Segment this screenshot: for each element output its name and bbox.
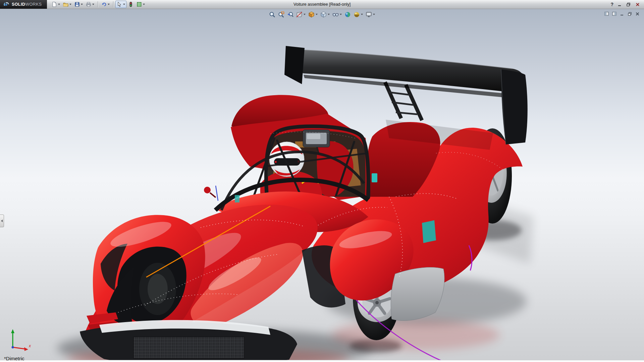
- dassault-3ds-logo-icon: [3, 2, 10, 7]
- z-axis-dot: [12, 346, 14, 349]
- featuremanager-flyout-tab[interactable]: [0, 215, 4, 227]
- undo-button[interactable]: [100, 1, 111, 8]
- x-axis-arrow: [24, 347, 28, 351]
- new-document-button[interactable]: [50, 1, 61, 8]
- chevron-down-icon: [361, 14, 363, 15]
- chevron-down-icon: [328, 14, 330, 15]
- apply-scene-button[interactable]: [353, 10, 364, 18]
- maximize-button[interactable]: [626, 2, 632, 7]
- restore-icon: [627, 3, 631, 6]
- rebuild-traffic-light-icon: [128, 2, 133, 7]
- chevron-left-icon: [1, 220, 3, 222]
- open-button[interactable]: [62, 1, 73, 8]
- doc-restore-button[interactable]: [627, 11, 632, 16]
- wing-endplate-right: [501, 69, 528, 144]
- toolbar-separator: [113, 1, 113, 7]
- close-icon: [636, 3, 640, 6]
- section-view-icon: [296, 11, 303, 18]
- doc-restore-icon: [628, 12, 632, 16]
- chevron-down-icon: [123, 4, 125, 5]
- save-floppy-icon: [74, 2, 80, 7]
- main-toolbar: [47, 1, 146, 8]
- toolbar-separator: [98, 1, 98, 7]
- apply-scene-icon: [354, 11, 360, 18]
- view-orientation-cube-icon: [308, 11, 315, 18]
- y-axis-arrow: [11, 329, 14, 333]
- x-axis-label: x: [29, 344, 31, 348]
- doc-minimize-button[interactable]: [620, 11, 625, 16]
- print-icon: [86, 2, 91, 7]
- undo-icon: [101, 2, 107, 7]
- chevron-down-icon: [316, 14, 318, 15]
- help-button[interactable]: ?: [610, 2, 613, 7]
- brand-light: WORKS: [25, 2, 42, 7]
- radiator-grille: [133, 337, 244, 358]
- solidworks-window: SOLIDWORKS: [0, 0, 644, 362]
- view-settings-button[interactable]: [365, 10, 376, 18]
- view-settings-icon: [366, 11, 372, 18]
- display-style-cube-icon: [320, 11, 327, 18]
- chevron-down-icon: [108, 4, 110, 5]
- chevron-down-icon: [92, 4, 94, 5]
- statusbar-edge: [0, 360, 644, 362]
- brand-bold: SOLID: [12, 2, 25, 7]
- select-button[interactable]: [115, 1, 126, 8]
- zoom-to-area-icon: [278, 11, 284, 18]
- section-view-button[interactable]: [295, 10, 307, 18]
- hide-show-items-button[interactable]: [331, 10, 343, 18]
- zoom-to-fit-icon: [269, 11, 275, 18]
- chevron-down-icon: [304, 14, 306, 15]
- new-document-icon: [52, 2, 57, 7]
- titlebar: SOLIDWORKS: [0, 0, 644, 9]
- pane-left-icon: [604, 12, 609, 16]
- window-title: Voiture assemblee [Read-only]: [293, 2, 351, 7]
- open-folder-icon: [63, 2, 68, 7]
- doc-close-icon: [636, 12, 639, 16]
- reference-triad: x: [7, 327, 33, 352]
- chevron-down-icon: [81, 4, 83, 5]
- chevron-down-icon: [143, 4, 145, 5]
- options-sheet-icon: [137, 2, 142, 7]
- model-scene[interactable]: [0, 9, 644, 362]
- close-button[interactable]: [635, 2, 641, 7]
- pane-left-button[interactable]: [604, 11, 609, 16]
- print-button[interactable]: [85, 1, 96, 8]
- heads-up-view-toolbar: [268, 10, 376, 18]
- save-button[interactable]: [73, 1, 84, 8]
- rebuild-button[interactable]: [127, 1, 135, 8]
- pane-right-button[interactable]: [612, 11, 617, 16]
- edit-appearance-sphere-icon: [344, 11, 351, 18]
- chevron-down-icon: [340, 14, 342, 15]
- edit-appearance-button[interactable]: [343, 10, 352, 18]
- doc-close-button[interactable]: [635, 11, 640, 16]
- minimize-icon: [618, 3, 622, 6]
- previous-view-icon: [287, 11, 293, 18]
- view-orientation-label: *Dimetric: [4, 356, 24, 361]
- front-splitter[interactable]: [80, 320, 297, 362]
- zoom-to-fit-button[interactable]: [268, 10, 276, 18]
- graphics-area[interactable]: x *Dimetric: [0, 9, 644, 362]
- minimize-button[interactable]: [616, 2, 623, 7]
- display-style-button[interactable]: [319, 10, 331, 18]
- wing-endplate-left: [284, 46, 305, 84]
- document-window-controls: [604, 11, 640, 16]
- chevron-down-icon: [373, 14, 375, 15]
- pane-right-icon: [612, 12, 616, 16]
- chevron-down-icon: [58, 4, 60, 5]
- options-button[interactable]: [135, 1, 146, 8]
- hide-show-items-icon: [332, 11, 339, 18]
- window-controls: ?: [610, 2, 644, 7]
- zoom-to-area-button[interactable]: [277, 10, 285, 18]
- previous-view-button[interactable]: [286, 10, 294, 18]
- brand-wordmark: SOLIDWORKS: [12, 2, 42, 7]
- sketch-line-blue[interactable]: [216, 186, 218, 201]
- doc-minimize-icon: [620, 12, 624, 16]
- view-orientation-button[interactable]: [307, 10, 319, 18]
- chevron-down-icon: [69, 4, 71, 5]
- brand-area: SOLIDWORKS: [0, 0, 47, 9]
- select-arrow-icon: [117, 2, 122, 7]
